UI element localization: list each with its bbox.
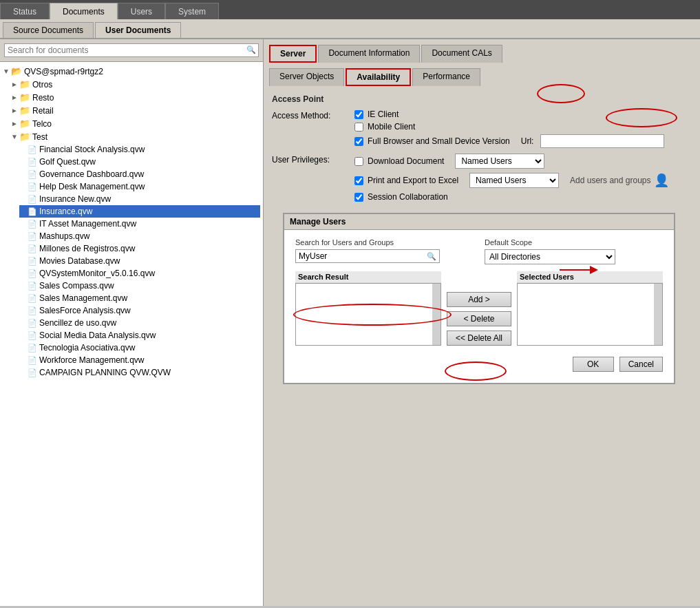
ie-client-label: IE Client: [368, 109, 399, 119]
url-label: Url:: [521, 136, 534, 146]
list-item[interactable]: ► 📄 Tecnologia Asociativa.qvw: [19, 342, 260, 354]
list-item[interactable]: ► 📄 Movies Database.qvw: [19, 255, 260, 267]
scope-select[interactable]: All Directories: [485, 249, 615, 264]
search-bar: 🔍: [0, 39, 263, 62]
default-scope-section: Default Scope All Directories: [485, 238, 663, 264]
add-button[interactable]: Add >: [447, 292, 511, 307]
sub-panel-tab-bar: Server Objects Availability Performance: [264, 63, 700, 86]
tab-documents[interactable]: Documents: [50, 3, 118, 19]
full-browser-checkbox[interactable]: [354, 137, 363, 146]
tab-document-information[interactable]: Document Information: [318, 45, 420, 63]
mobile-client-checkbox[interactable]: [354, 123, 363, 132]
tab-source-documents[interactable]: Source Documents: [3, 22, 94, 38]
tab-user-documents[interactable]: User Documents: [95, 22, 181, 38]
sub-tab-bar: Source Documents User Documents: [0, 19, 700, 39]
list-item[interactable]: ► 📄 Millones de Registros.qvw: [19, 242, 260, 255]
search-users-label: Search for Users and Groups: [295, 238, 474, 247]
list-item[interactable]: ► 📄 Governance Dashboard.qvw: [19, 168, 260, 180]
list-item[interactable]: ► 📄 Sencillez de uso.qvw: [19, 317, 260, 329]
mobile-client-row: Mobile Client: [354, 122, 664, 132]
dialog-body: Search Result Add > < Delete << Delete A…: [295, 271, 663, 346]
list-item[interactable]: ► 📁 Resto: [11, 91, 260, 104]
list-item[interactable]: ▼ 📁 Test: [11, 130, 260, 143]
selected-users-box[interactable]: [517, 283, 663, 346]
session-label: Session Collaboration: [368, 192, 448, 202]
list-item[interactable]: ► 📄 Sales Compass.qvw: [19, 280, 260, 292]
ok-button[interactable]: OK: [573, 357, 614, 372]
access-point-label: Access Point: [272, 94, 692, 104]
tree-root[interactable]: ▼ 📂 QVS@spmad-r9rtgz2: [3, 65, 260, 78]
access-method-label: Access Method:: [272, 109, 354, 120]
tab-users[interactable]: Users: [118, 3, 165, 19]
delete-all-button[interactable]: << Delete All: [447, 331, 511, 346]
search-icon: 🔍: [246, 45, 256, 54]
list-item[interactable]: ► 📄 Help Desk Management.qvw: [19, 180, 260, 193]
list-item[interactable]: ► 📁 Telco: [11, 117, 260, 130]
selected-users-column: Selected Users: [517, 271, 663, 346]
print-label: Print and Export to Excel: [368, 176, 458, 185]
delete-button[interactable]: < Delete: [447, 311, 511, 326]
list-item[interactable]: ► 📄 SalesForce Analysis.qvw: [19, 304, 260, 317]
list-item[interactable]: ► 📄 Mashups.qvw: [19, 230, 260, 242]
add-users-icon: 👤: [654, 173, 669, 188]
session-checkbox-row: Session Collaboration: [354, 192, 448, 202]
user-privileges-label: User Privileges:: [272, 154, 354, 165]
tab-server-objects[interactable]: Server Objects: [269, 68, 344, 86]
full-browser-label: Full Browser and Small Device Version: [368, 136, 510, 146]
search-users-wrap: 🔍: [295, 249, 440, 263]
mobile-client-label: Mobile Client: [368, 122, 415, 132]
access-method-section: Access Method: IE Client Mobile Client F…: [272, 109, 692, 148]
search-input[interactable]: [4, 43, 259, 57]
panel-tab-bar: Server Document Information Document CAL…: [264, 39, 700, 63]
search-users-input[interactable]: [296, 250, 424, 262]
list-item[interactable]: ► 📁 Retail: [11, 104, 260, 117]
search-result-box[interactable]: [295, 283, 441, 346]
list-item[interactable]: ► 📄 Sales Management.qvw: [19, 292, 260, 304]
tree-area: ▼ 📂 QVS@spmad-r9rtgz2 ► 📁 Otros ► 📁 Rest…: [0, 62, 263, 606]
dialog-title: Manage Users: [284, 214, 674, 230]
ie-client-row: IE Client: [354, 109, 664, 119]
download-row: User Privileges: Download Document Named…: [272, 154, 692, 169]
full-browser-row: Full Browser and Small Device Version Ur…: [354, 134, 664, 148]
right-panel: Server Document Information Document CAL…: [264, 39, 700, 606]
default-scope-label: Default Scope: [485, 238, 663, 247]
list-item[interactable]: ► 📄 Financial Stock Analysis.qvw: [19, 143, 260, 156]
access-checkboxes: IE Client Mobile Client Full Browser and…: [354, 109, 664, 148]
tab-status[interactable]: Status: [0, 3, 50, 19]
tab-availability[interactable]: Availability: [346, 68, 411, 86]
print-checkbox[interactable]: [354, 176, 363, 185]
list-item-insurance[interactable]: ► 📄 Insurance.qvw: [19, 205, 260, 218]
dialog-bottom-buttons: OK Cancel: [295, 357, 663, 372]
session-collab-row: Session Collaboration: [354, 192, 692, 202]
ie-client-checkbox[interactable]: [354, 110, 363, 119]
tab-server[interactable]: Server: [269, 45, 317, 63]
url-input[interactable]: [540, 134, 664, 148]
list-item[interactable]: ► 📄 QVSystemMonitor_v5.0.16.qvw: [19, 267, 260, 280]
list-item[interactable]: ► 📄 IT Asset Management.qvw: [19, 218, 260, 230]
manage-users-dialog: Manage Users Search for Users and Groups…: [283, 213, 675, 384]
session-checkbox[interactable]: [354, 193, 363, 202]
list-item[interactable]: ► 📄 Golf Quest.qvw: [19, 156, 260, 168]
list-item[interactable]: ► 📄 CAMPAIGN PLANNING QVW.QVW: [19, 366, 260, 379]
cancel-button[interactable]: Cancel: [619, 357, 663, 372]
print-checkbox-row: Print and Export to Excel Named Users Ad…: [354, 173, 669, 188]
tab-system[interactable]: System: [165, 3, 219, 19]
action-buttons: Add > < Delete << Delete All: [447, 271, 511, 346]
download-checkbox[interactable]: [354, 157, 363, 166]
add-users-link[interactable]: Add users and groups 👤: [570, 173, 668, 188]
download-label: Download Document: [368, 156, 444, 166]
add-users-label: Add users and groups: [570, 176, 650, 185]
list-item[interactable]: ► 📄 Insurance New.qvw: [19, 193, 260, 205]
selected-users-label: Selected Users: [517, 271, 663, 283]
tab-performance[interactable]: Performance: [412, 68, 480, 86]
user-privileges-section: User Privileges: Download Document Named…: [272, 154, 692, 202]
list-item[interactable]: ► 📄 Workforce Management.qvw: [19, 354, 260, 366]
download-dropdown[interactable]: Named Users: [455, 154, 544, 169]
top-navigation: Status Documents Users System: [0, 0, 700, 19]
list-item[interactable]: ► 📁 Otros: [11, 78, 260, 91]
tab-document-cals[interactable]: Document CALs: [421, 45, 502, 63]
list-item[interactable]: ► 📄 Social Media Data Analysis.qvw: [19, 329, 260, 342]
print-row: Print and Export to Excel Named Users Ad…: [354, 173, 692, 188]
print-dropdown[interactable]: Named Users: [469, 173, 559, 188]
dialog-top: Search for Users and Groups 🔍 Default Sc…: [295, 238, 663, 264]
